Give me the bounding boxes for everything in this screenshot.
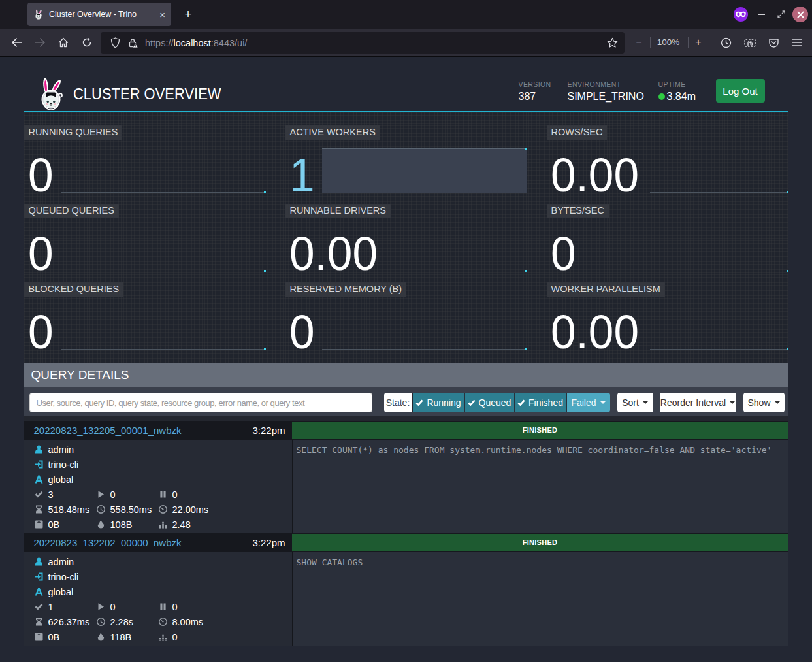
pause-icon (159, 490, 167, 499)
query-sql-text[interactable]: SHOW CATALOGS (292, 552, 788, 646)
check-icon (415, 399, 423, 406)
show-dropdown[interactable]: Show (743, 393, 785, 412)
lock-warning-icon[interactable] (128, 38, 138, 48)
screenshot-scissors-icon[interactable] (740, 29, 760, 56)
stats-icon (159, 520, 167, 529)
stat-blocked-queries: BLOCKED QUERIES 0 (24, 271, 266, 349)
peak-memory: 108B (110, 520, 133, 530)
wall-time: 518.48ms (48, 505, 90, 515)
version-info: VERSION 387 (519, 80, 551, 103)
environment-info: ENVIRONMENT SIMPLE_TRINO (568, 80, 644, 103)
url-bar[interactable]: https://localhost:8443/ui/ (101, 32, 625, 54)
query-resource-group: global (48, 474, 74, 485)
query-sql-text[interactable]: SELECT COUNT(*) as nodes FROM system.run… (292, 440, 788, 533)
stat-label: ROWS/SEC (547, 125, 608, 140)
completed-splits: 1 (48, 602, 54, 612)
environment-value: SIMPLE_TRINO (568, 91, 644, 103)
browser-toolbar: https://localhost:8443/ui/ − 100% + (0, 29, 812, 57)
close-window-button[interactable] (792, 7, 808, 22)
stat-rows-sec: ROWS/SEC 0.00 (547, 114, 788, 192)
stat-value: 0.00 (551, 308, 639, 356)
page-content: CLUSTER OVERVIEW VERSION 387 ENVIRONMENT… (0, 58, 812, 662)
uptime-label: UPTIME (658, 80, 696, 88)
filter-running-button[interactable]: Running (413, 393, 465, 412)
query-id-link[interactable]: 20220823_132202_00000_nwbzk (34, 537, 182, 548)
logout-button[interactable]: Log Out (716, 79, 765, 103)
caret-down-icon (775, 401, 780, 404)
reload-button[interactable] (77, 29, 97, 56)
bookmark-star-icon[interactable] (607, 37, 618, 48)
spacer (24, 416, 788, 421)
wall-time: 626.37ms (48, 617, 90, 627)
sparkline-line (650, 349, 788, 350)
main-area: RUNNING QUERIES 0 ACTIVE WORKERS 1 ROWS/… (24, 112, 788, 646)
clock-icon (97, 505, 105, 514)
fire-icon (97, 520, 105, 529)
sparkline-dot (787, 348, 788, 350)
reorder-interval-dropdown[interactable]: Reorder Interval (660, 393, 736, 412)
stat-running-queries: RUNNING QUERIES 0 (24, 114, 266, 192)
forward-button[interactable] (30, 29, 50, 56)
uptime-info: UPTIME 3.84m (658, 80, 696, 103)
environment-label: ENVIRONMENT (568, 80, 644, 88)
user-icon (35, 557, 43, 566)
query-status: FINISHED (292, 533, 788, 552)
query-row-header: 20220823_132202_00000_nwbzk 3:22pm (24, 533, 292, 552)
completed-splits: 3 (48, 489, 54, 500)
window-controls (734, 0, 808, 29)
sparkline-dot (525, 348, 527, 350)
query-resource-group: global (48, 587, 74, 597)
restore-button[interactable] (777, 10, 785, 18)
filter-queued-button[interactable]: Queued (465, 393, 515, 412)
query-status: FINISHED (292, 421, 788, 440)
back-button[interactable] (7, 29, 26, 56)
user-icon (35, 445, 43, 454)
menu-hamburger-icon[interactable] (787, 29, 807, 56)
query-search-input[interactable] (29, 393, 372, 412)
query-details-heading: QUERY DETAILS (24, 363, 788, 387)
minimize-button[interactable] (758, 14, 765, 15)
play-icon (97, 490, 105, 499)
query-id-link[interactable]: 20220823_132205_00001_nwbzk (34, 425, 182, 436)
query-status-bar: FINISHED (292, 422, 788, 439)
clock-icon (97, 618, 105, 626)
zoom-in-button[interactable]: + (689, 29, 708, 56)
zoom-level[interactable]: 100% (653, 29, 683, 56)
stat-label: RUNNING QUERIES (24, 125, 123, 140)
current-memory: 0B (48, 520, 60, 530)
state-filter-group: State: Running Queued Finished Failed (384, 393, 610, 412)
tab-close-icon[interactable]: × (159, 10, 165, 20)
elapsed-time: 2.28s (110, 617, 133, 627)
filter-finished-button[interactable]: Finished (515, 393, 567, 412)
current-memory: 0B (48, 632, 60, 642)
peak-memory: 118B (110, 632, 132, 642)
queued-splits: 0 (172, 602, 178, 612)
zoom-out-button[interactable]: − (629, 29, 649, 56)
elapsed-time: 558.50ms (110, 505, 152, 515)
query-time: 3:22pm (252, 425, 285, 436)
stats-grid: RUNNING QUERIES 0 ACTIVE WORKERS 1 ROWS/… (24, 114, 788, 349)
check-icon (517, 399, 525, 406)
query-status-bar: FINISHED (292, 534, 788, 551)
stat-bytes-sec: BYTES/SEC 0 (547, 192, 788, 271)
home-button[interactable] (54, 29, 73, 56)
pocket-icon[interactable] (764, 29, 783, 56)
stat-label: QUEUED QUERIES (24, 204, 119, 218)
history-clock-icon[interactable] (716, 29, 736, 56)
sparkline (389, 225, 527, 271)
filter-failed-dropdown[interactable]: Failed (567, 393, 610, 412)
stat-active-workers: ACTIVE WORKERS 1 (285, 114, 527, 192)
stat-label: RUNNABLE DRIVERS (285, 204, 391, 218)
sparkline (322, 147, 527, 193)
query-info-panel: admin trino-cli global 1 0 0 626.37ms 2.… (24, 552, 292, 646)
sort-dropdown[interactable]: Sort (617, 393, 653, 412)
sparkline-line (322, 349, 527, 350)
stat-queued-queries: QUEUED QUERIES 0 (24, 192, 266, 271)
queued-splits: 0 (172, 489, 178, 500)
browser-tab[interactable]: Cluster Overview - Trino × (27, 3, 171, 26)
tracking-shield-icon[interactable] (110, 37, 120, 48)
new-tab-button[interactable]: + (179, 5, 197, 24)
sparkline (650, 304, 788, 350)
stat-value: 0 (28, 308, 54, 356)
dashboard-icon (159, 618, 167, 626)
